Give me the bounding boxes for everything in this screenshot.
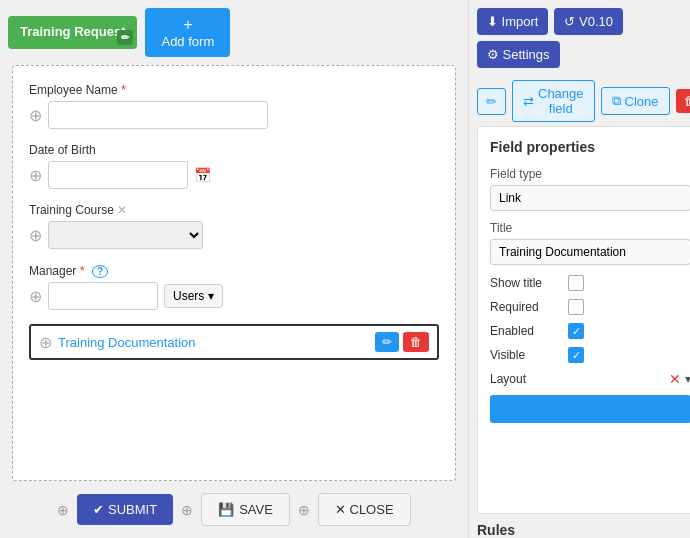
submit-label: ✔ SUBMIT <box>93 502 157 517</box>
training-course-select[interactable] <box>48 221 203 249</box>
required-checkbox[interactable] <box>568 299 584 315</box>
delete-field-button[interactable]: 🗑 <box>676 89 690 113</box>
plus-icon: + <box>183 16 192 34</box>
import-label: ⬇ Import <box>487 14 538 29</box>
show-title-checkbox[interactable] <box>568 275 584 291</box>
date-of-birth-input[interactable] <box>48 161 188 189</box>
visible-label: Visible <box>490 348 560 362</box>
close-label: ✕ CLOSE <box>335 502 394 517</box>
calendar-icon[interactable]: 📅 <box>194 167 211 183</box>
field-properties-title: Field properties <box>490 139 690 155</box>
users-dropdown-button[interactable]: Users ▾ <box>164 284 223 308</box>
drag-handle[interactable]: ⊕ <box>29 287 42 306</box>
save-label: SAVE <box>239 502 273 517</box>
clone-label: Clone <box>625 94 659 109</box>
remove-training-course-button[interactable]: ✕ <box>117 203 127 217</box>
field-type-label: Field type <box>490 167 690 181</box>
form-area: Employee Name * ⊕ Date of Birth ⊕ 📅 Trai… <box>12 65 456 481</box>
drag-handle[interactable]: ⊕ <box>29 166 42 185</box>
enabled-row: Enabled ✓ <box>490 323 690 339</box>
title-row: Title <box>490 221 690 265</box>
title-label: Title <box>490 221 690 235</box>
layout-bar <box>490 395 690 423</box>
change-icon: ⇄ <box>523 94 534 109</box>
show-title-label: Show title <box>490 276 560 290</box>
help-icon: ? <box>92 265 108 278</box>
training-doc-edit-button[interactable]: ✏ <box>375 332 399 352</box>
training-doc-delete-button[interactable]: 🗑 <box>403 332 429 352</box>
employee-name-field: Employee Name * ⊕ <box>29 82 439 129</box>
submit-button[interactable]: ✔ SUBMIT <box>77 494 173 525</box>
right-panel: ⬇ Import ↺ V0.10 ⚙ Settings ✏ ⇄ Change f… <box>468 0 690 538</box>
field-type-row: Field type <box>490 167 690 211</box>
change-field-label: Change field <box>538 86 584 116</box>
training-request-button[interactable]: Training Request ✏ <box>8 16 137 49</box>
add-form-button[interactable]: + Add form <box>145 8 230 57</box>
manager-field: Manager * ? ⊕ Users ▾ <box>29 263 439 310</box>
required-label: Required <box>490 300 560 314</box>
show-title-row: Show title <box>490 275 690 291</box>
required-row: Required <box>490 299 690 315</box>
submit-move-handle[interactable]: ⊕ <box>57 502 69 518</box>
drag-handle[interactable]: ⊕ <box>29 106 42 125</box>
manager-input[interactable] <box>48 282 158 310</box>
visible-row: Visible ✓ <box>490 347 690 363</box>
training-request-label: Training Request <box>20 24 125 39</box>
rules-section: Rules <box>469 514 690 538</box>
field-type-input[interactable] <box>490 185 690 211</box>
required-marker: * <box>121 82 126 97</box>
import-button[interactable]: ⬇ Import <box>477 8 548 35</box>
drag-handle[interactable]: ⊕ <box>39 333 52 352</box>
change-field-button[interactable]: ⇄ Change field <box>512 80 595 122</box>
title-input[interactable] <box>490 239 690 265</box>
layout-clear-button[interactable]: ✕ <box>669 371 681 387</box>
field-properties-panel: Field properties Field type Title Show t… <box>477 126 690 514</box>
training-course-label: Training Course ✕ <box>29 203 439 217</box>
layout-dropdown-button[interactable]: ▾ <box>685 371 690 387</box>
close-button[interactable]: ✕ CLOSE <box>318 493 411 526</box>
settings-label: ⚙ Settings <box>487 47 550 62</box>
save-button[interactable]: 💾 SAVE <box>201 493 290 526</box>
version-button[interactable]: ↺ V0.10 <box>554 8 623 35</box>
add-form-label: Add form <box>161 34 214 49</box>
enabled-label: Enabled <box>490 324 560 338</box>
training-documentation-row: ⊕ Training Documentation ✏ 🗑 <box>29 324 439 360</box>
manager-label: Manager * ? <box>29 263 439 278</box>
right-top-bar: ⬇ Import ↺ V0.10 ⚙ Settings <box>469 0 690 76</box>
visible-checkbox[interactable]: ✓ <box>568 347 584 363</box>
save-disk-icon: 💾 <box>218 502 234 517</box>
edit-icon: ✏ <box>117 30 133 45</box>
date-of-birth-field: Date of Birth ⊕ 📅 <box>29 143 439 189</box>
employee-name-label: Employee Name * <box>29 82 439 97</box>
left-panel: Training Request ✏ + Add form Employee N… <box>0 0 468 538</box>
rules-title: Rules <box>477 522 690 538</box>
required-marker: * <box>80 263 85 278</box>
drag-handle[interactable]: ⊕ <box>29 226 42 245</box>
training-course-field: Training Course ✕ ⊕ <box>29 203 439 249</box>
layout-row: Layout ✕ ▾ <box>490 371 690 387</box>
layout-label: Layout <box>490 372 526 386</box>
training-documentation-link[interactable]: Training Documentation <box>58 335 196 350</box>
close-move-handle[interactable]: ⊕ <box>298 502 310 518</box>
bottom-bar: ⊕ ✔ SUBMIT ⊕ 💾 SAVE ⊕ ✕ CLOSE <box>0 481 468 538</box>
date-of-birth-label: Date of Birth <box>29 143 439 157</box>
save-move-handle[interactable]: ⊕ <box>181 502 193 518</box>
settings-button[interactable]: ⚙ Settings <box>477 41 560 68</box>
right-second-bar: ✏ ⇄ Change field ⧉ Clone 🗑 <box>469 76 690 126</box>
employee-name-input[interactable] <box>48 101 268 129</box>
clone-icon: ⧉ <box>612 93 621 109</box>
top-bar: Training Request ✏ + Add form <box>0 0 468 65</box>
clone-button[interactable]: ⧉ Clone <box>601 87 670 115</box>
version-label: ↺ V0.10 <box>564 14 613 29</box>
enabled-checkbox[interactable]: ✓ <box>568 323 584 339</box>
pencil-button[interactable]: ✏ <box>477 88 506 115</box>
